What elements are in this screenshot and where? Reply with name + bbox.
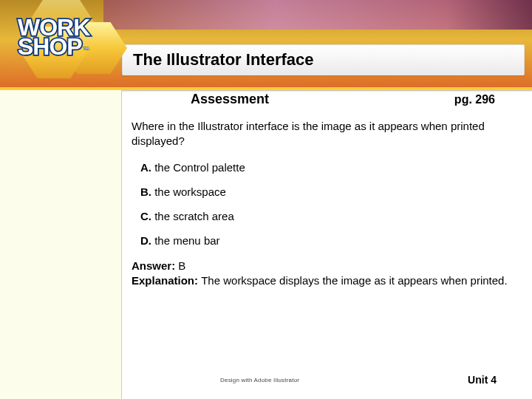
logo-line2: SHOP™: [18, 37, 89, 56]
answer-value: B: [178, 259, 185, 272]
option-c: C. the scratch area: [140, 210, 525, 222]
footer: Design with Adobe Illustrator Unit 4: [132, 374, 525, 386]
page-number: pg. 296: [454, 93, 495, 106]
trademark-icon: ™: [83, 40, 89, 59]
explanation-label: Explanation:: [132, 274, 201, 287]
assessment-label: Assessment: [191, 92, 269, 107]
option-b: B. the workspace: [140, 185, 525, 198]
option-letter: C.: [140, 210, 151, 222]
logo-text: WORK SHOP™: [18, 18, 89, 56]
option-d: D. the menu bar: [140, 234, 525, 247]
option-text: the workspace: [151, 185, 226, 198]
slide: WORK SHOP™ The Illustrator Interface Ass…: [0, 0, 532, 399]
answer-block: Answer: B Explanation: The workspace dis…: [132, 259, 525, 289]
title-bar: The Illustrator Interface: [122, 44, 525, 75]
options-list: A. the Control palette B. the workspace …: [132, 161, 525, 247]
unit-label: Unit 4: [468, 374, 497, 386]
workshop-logo: WORK SHOP™: [6, 10, 117, 84]
answer-label: Answer:: [132, 259, 178, 272]
option-letter: A.: [140, 161, 151, 174]
page-title: The Illustrator Interface: [133, 50, 314, 69]
option-letter: B.: [140, 185, 151, 198]
option-a: A. the Control palette: [140, 161, 525, 174]
option-letter: D.: [140, 234, 151, 247]
subheading-row: Assessment pg. 296: [132, 92, 525, 107]
sidebar: [0, 90, 122, 399]
option-text: the Control palette: [151, 161, 245, 174]
option-text: the menu bar: [151, 234, 220, 247]
content-area: Assessment pg. 296 Where in the Illustra…: [132, 92, 525, 347]
footer-credit: Design with Adobe Illustrator: [220, 377, 299, 383]
explanation-text: The workspace displays the image as it a…: [201, 274, 507, 287]
question-text: Where in the Illustrator interface is th…: [132, 119, 525, 148]
option-text: the scratch area: [151, 210, 234, 222]
